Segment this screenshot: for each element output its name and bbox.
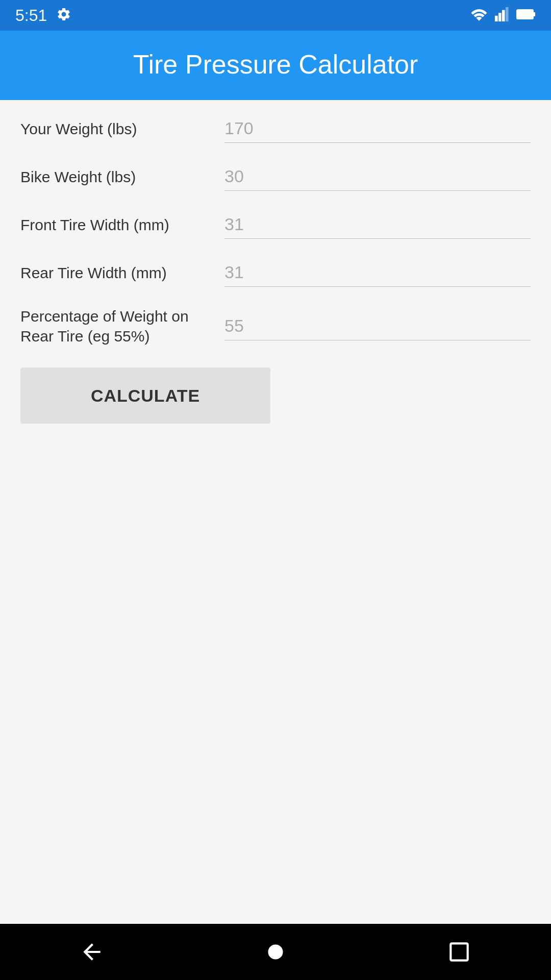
form-row-front-tire: Front Tire Width (mm) [10,196,541,244]
status-time: 5:51 [15,6,47,25]
app-title: Tire Pressure Calculator [15,49,536,80]
battery-icon [516,9,536,22]
svg-rect-8 [450,943,467,960]
svg-rect-2 [502,10,505,21]
recent-icon [446,939,472,965]
form-row-bike-weight: Bike Weight (lbs) [10,148,541,196]
nav-bar [0,924,551,980]
input-front-tire[interactable] [224,210,531,239]
home-icon [263,939,288,965]
svg-rect-0 [495,16,498,21]
input-weight[interactable] [224,114,531,143]
form-row-rear-tire: Rear Tire Width (mm) [10,244,541,292]
wifi-icon [470,7,488,23]
back-button[interactable] [79,939,105,965]
settings-icon [56,7,71,24]
svg-rect-1 [498,13,502,21]
content-area: Your Weight (lbs) Bike Weight (lbs) Fron… [0,100,551,924]
form-row-rear-percentage: Percentage of Weight on Rear Tire (eg 55… [10,292,541,351]
label-rear-percentage: Percentage of Weight on Rear Tire (eg 55… [20,306,214,346]
input-rear-tire[interactable] [224,258,531,287]
label-rear-tire: Rear Tire Width (mm) [20,263,214,283]
home-button[interactable] [263,939,288,965]
svg-rect-3 [506,7,509,21]
back-icon [79,939,105,965]
recent-button[interactable] [446,939,472,965]
status-bar: 5:51 [0,0,551,31]
label-front-tire: Front Tire Width (mm) [20,215,214,235]
input-rear-percentage[interactable] [224,312,531,340]
signal-icon [495,7,509,23]
svg-rect-6 [518,11,532,18]
label-bike-weight: Bike Weight (lbs) [20,167,214,187]
svg-point-7 [268,944,283,959]
input-bike-weight[interactable] [224,162,531,191]
label-weight: Your Weight (lbs) [20,119,214,139]
form-row-weight: Your Weight (lbs) [10,100,541,148]
calculate-button[interactable]: CALCULATE [20,368,270,424]
svg-rect-5 [533,12,535,16]
app-header: Tire Pressure Calculator [0,31,551,100]
